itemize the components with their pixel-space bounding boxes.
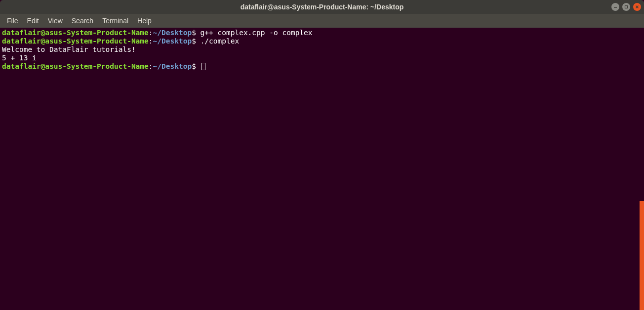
svg-rect-1 (625, 6, 628, 8)
terminal-line: dataflair@asus-System-Product-Name:~/Des… (2, 62, 642, 71)
window-controls (611, 3, 641, 11)
window-title: dataflair@asus-System-Product-Name: ~/De… (241, 3, 404, 11)
prompt-colon: : (149, 37, 153, 45)
prompt-path: /Desktop (157, 29, 192, 37)
prompt-path: /Desktop (157, 37, 192, 45)
terminal-line: dataflair@asus-System-Product-Name:~/Des… (2, 29, 642, 37)
prompt-dollar: $ (192, 62, 200, 70)
prompt-user: dataflair@asus-System-Product-Name (2, 37, 149, 45)
prompt-colon: : (149, 29, 153, 37)
titlebar: dataflair@asus-System-Product-Name: ~/De… (0, 0, 644, 14)
maximize-icon[interactable] (622, 3, 630, 11)
command-text: g++ complex.cpp -o complex (201, 29, 313, 37)
prompt-path: /Desktop (157, 62, 192, 70)
menu-edit[interactable]: Edit (23, 15, 43, 27)
menu-search[interactable]: Search (68, 15, 97, 27)
menu-view[interactable]: View (44, 15, 67, 27)
menu-help[interactable]: Help (133, 15, 156, 27)
prompt-dollar: $ (192, 37, 200, 45)
prompt-dollar: $ (192, 29, 200, 37)
prompt-user: dataflair@asus-System-Product-Name (2, 29, 149, 37)
prompt-colon: : (149, 62, 153, 70)
menu-file[interactable]: File (3, 15, 22, 27)
cursor-icon (201, 63, 205, 70)
menubar: File Edit View Search Terminal Help (0, 14, 644, 28)
terminal-line: dataflair@asus-System-Product-Name:~/Des… (2, 37, 642, 45)
prompt-tilde: ~ (153, 29, 158, 37)
command-text: ./complex (201, 37, 240, 45)
scrollbar-thumb[interactable] (640, 201, 644, 310)
prompt-tilde: ~ (153, 62, 158, 70)
terminal-output: Welcome to DataFlair tutorials! (2, 45, 642, 54)
menu-terminal[interactable]: Terminal (98, 15, 132, 27)
prompt-tilde: ~ (153, 37, 158, 45)
minimize-icon[interactable] (611, 3, 619, 11)
prompt-user: dataflair@asus-System-Product-Name (2, 62, 149, 70)
terminal-body[interactable]: dataflair@asus-System-Product-Name:~/Des… (0, 28, 644, 310)
terminal-output: 5 + 13 i (2, 54, 642, 62)
close-icon[interactable] (633, 3, 641, 11)
